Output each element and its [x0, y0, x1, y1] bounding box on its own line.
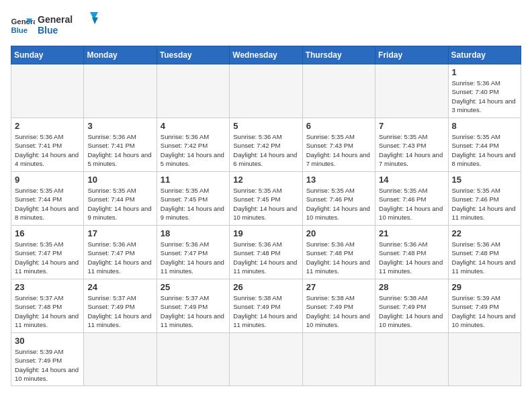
- week-row-5: 30Sunrise: 5:39 AMSunset: 7:49 PMDayligh…: [11, 333, 521, 386]
- page-header: General Blue General Blue: [11, 11, 521, 40]
- day-number: 10: [87, 175, 152, 185]
- calendar-cell-empty: [157, 64, 229, 118]
- calendar-cell-2: 2Sunrise: 5:36 AMSunset: 7:41 PMDaylight…: [11, 118, 84, 172]
- day-info: Sunrise: 5:35 AMSunset: 7:47 PMDaylight:…: [15, 240, 80, 275]
- calendar-table: SundayMondayTuesdayWednesdayThursdayFrid…: [11, 46, 521, 386]
- day-number: 8: [452, 121, 517, 131]
- day-number: 1: [452, 67, 517, 77]
- calendar-cell-empty: [84, 333, 157, 386]
- day-info: Sunrise: 5:35 AMSunset: 7:45 PMDaylight:…: [161, 186, 226, 222]
- weekday-header-saturday: Saturday: [448, 46, 521, 64]
- calendar-cell-29: 29Sunrise: 5:39 AMSunset: 7:49 PMDayligh…: [448, 279, 521, 333]
- day-number: 21: [379, 228, 444, 238]
- logo-icon: General Blue: [11, 16, 35, 35]
- calendar-cell-25: 25Sunrise: 5:37 AMSunset: 7:49 PMDayligh…: [157, 279, 229, 333]
- day-number: 3: [87, 121, 152, 131]
- day-number: 30: [15, 336, 80, 346]
- day-info: Sunrise: 5:36 AMSunset: 7:41 PMDaylight:…: [87, 132, 152, 168]
- day-info: Sunrise: 5:37 AMSunset: 7:49 PMDaylight:…: [161, 293, 226, 329]
- calendar-cell-16: 16Sunrise: 5:35 AMSunset: 7:47 PMDayligh…: [11, 226, 84, 279]
- calendar-cell-27: 27Sunrise: 5:38 AMSunset: 7:49 PMDayligh…: [302, 279, 375, 333]
- day-number: 29: [452, 282, 517, 292]
- calendar-cell-12: 12Sunrise: 5:35 AMSunset: 7:45 PMDayligh…: [230, 172, 302, 226]
- calendar-cell-4: 4Sunrise: 5:36 AMSunset: 7:42 PMDaylight…: [157, 118, 229, 172]
- day-number: 20: [306, 228, 371, 238]
- weekday-header-wednesday: Wednesday: [230, 46, 302, 64]
- week-row-1: 2Sunrise: 5:36 AMSunset: 7:41 PMDaylight…: [11, 118, 521, 172]
- calendar-cell-9: 9Sunrise: 5:35 AMSunset: 7:44 PMDaylight…: [11, 172, 84, 226]
- day-number: 6: [306, 121, 371, 131]
- day-info: Sunrise: 5:39 AMSunset: 7:49 PMDaylight:…: [15, 347, 80, 383]
- day-info: Sunrise: 5:37 AMSunset: 7:48 PMDaylight:…: [15, 293, 80, 329]
- calendar-cell-3: 3Sunrise: 5:36 AMSunset: 7:41 PMDaylight…: [84, 118, 157, 172]
- calendar-cell-20: 20Sunrise: 5:36 AMSunset: 7:48 PMDayligh…: [302, 226, 375, 279]
- calendar-cell-28: 28Sunrise: 5:38 AMSunset: 7:49 PMDayligh…: [375, 279, 448, 333]
- calendar-cell-7: 7Sunrise: 5:35 AMSunset: 7:43 PMDaylight…: [375, 118, 448, 172]
- svg-text:General: General: [38, 14, 73, 25]
- svg-marker-6: [92, 17, 98, 24]
- weekday-header-friday: Friday: [375, 46, 448, 64]
- calendar-cell-18: 18Sunrise: 5:36 AMSunset: 7:47 PMDayligh…: [157, 226, 229, 279]
- day-number: 18: [161, 228, 226, 238]
- day-number: 11: [161, 175, 226, 185]
- day-info: Sunrise: 5:36 AMSunset: 7:47 PMDaylight:…: [87, 240, 152, 275]
- general-blue-logo: General Blue: [38, 11, 98, 38]
- day-info: Sunrise: 5:35 AMSunset: 7:43 PMDaylight:…: [306, 132, 371, 168]
- day-number: 13: [306, 175, 371, 185]
- calendar-cell-19: 19Sunrise: 5:36 AMSunset: 7:48 PMDayligh…: [230, 226, 302, 279]
- calendar-cell-26: 26Sunrise: 5:38 AMSunset: 7:49 PMDayligh…: [230, 279, 302, 333]
- calendar-cell-empty: [375, 333, 448, 386]
- week-row-4: 23Sunrise: 5:37 AMSunset: 7:48 PMDayligh…: [11, 279, 521, 333]
- day-number: 16: [15, 228, 80, 238]
- day-number: 2: [15, 121, 80, 131]
- day-info: Sunrise: 5:36 AMSunset: 7:41 PMDaylight:…: [15, 132, 80, 168]
- day-info: Sunrise: 5:36 AMSunset: 7:48 PMDaylight:…: [306, 240, 371, 275]
- calendar-cell-5: 5Sunrise: 5:36 AMSunset: 7:42 PMDaylight…: [230, 118, 302, 172]
- calendar-cell-empty: [157, 333, 229, 386]
- weekday-header-monday: Monday: [84, 46, 157, 64]
- calendar-cell-22: 22Sunrise: 5:36 AMSunset: 7:48 PMDayligh…: [448, 226, 521, 279]
- day-info: Sunrise: 5:36 AMSunset: 7:42 PMDaylight:…: [233, 132, 298, 168]
- day-info: Sunrise: 5:39 AMSunset: 7:49 PMDaylight:…: [452, 293, 517, 329]
- weekday-header-tuesday: Tuesday: [157, 46, 229, 64]
- calendar-cell-empty: [448, 333, 521, 386]
- calendar-cell-empty: [230, 333, 302, 386]
- day-number: 25: [161, 282, 226, 292]
- calendar-cell-empty: [375, 64, 448, 118]
- calendar-cell-14: 14Sunrise: 5:35 AMSunset: 7:46 PMDayligh…: [375, 172, 448, 226]
- day-info: Sunrise: 5:36 AMSunset: 7:48 PMDaylight:…: [233, 240, 298, 275]
- calendar-cell-13: 13Sunrise: 5:35 AMSunset: 7:46 PMDayligh…: [302, 172, 375, 226]
- calendar-cell-empty: [302, 64, 375, 118]
- calendar-cell-empty: [230, 64, 302, 118]
- svg-text:Blue: Blue: [38, 25, 58, 36]
- day-info: Sunrise: 5:35 AMSunset: 7:45 PMDaylight:…: [233, 186, 298, 222]
- calendar-cell-15: 15Sunrise: 5:35 AMSunset: 7:46 PMDayligh…: [448, 172, 521, 226]
- weekday-header-sunday: Sunday: [11, 46, 84, 64]
- calendar-cell-empty: [11, 64, 84, 118]
- day-info: Sunrise: 5:38 AMSunset: 7:49 PMDaylight:…: [379, 293, 444, 329]
- calendar-cell-21: 21Sunrise: 5:36 AMSunset: 7:48 PMDayligh…: [375, 226, 448, 279]
- day-number: 27: [306, 282, 371, 292]
- day-info: Sunrise: 5:36 AMSunset: 7:40 PMDaylight:…: [452, 79, 517, 114]
- svg-text:Blue: Blue: [11, 26, 28, 34]
- day-number: 4: [161, 121, 226, 131]
- day-number: 22: [452, 228, 517, 238]
- calendar-cell-1: 1Sunrise: 5:36 AMSunset: 7:40 PMDaylight…: [448, 64, 521, 118]
- day-info: Sunrise: 5:35 AMSunset: 7:46 PMDaylight:…: [306, 186, 371, 222]
- calendar-cell-10: 10Sunrise: 5:35 AMSunset: 7:44 PMDayligh…: [84, 172, 157, 226]
- day-number: 14: [379, 175, 444, 185]
- logo: General Blue General Blue: [11, 11, 98, 40]
- calendar-cell-24: 24Sunrise: 5:37 AMSunset: 7:49 PMDayligh…: [84, 279, 157, 333]
- weekday-header-row: SundayMondayTuesdayWednesdayThursdayFrid…: [11, 46, 521, 64]
- calendar-cell-6: 6Sunrise: 5:35 AMSunset: 7:43 PMDaylight…: [302, 118, 375, 172]
- day-number: 26: [233, 282, 298, 292]
- day-number: 19: [233, 228, 298, 238]
- day-number: 17: [87, 228, 152, 238]
- day-info: Sunrise: 5:36 AMSunset: 7:42 PMDaylight:…: [161, 132, 226, 168]
- day-info: Sunrise: 5:35 AMSunset: 7:46 PMDaylight:…: [379, 186, 444, 222]
- day-number: 9: [15, 175, 80, 185]
- calendar-cell-30: 30Sunrise: 5:39 AMSunset: 7:49 PMDayligh…: [11, 333, 84, 386]
- day-number: 24: [87, 282, 152, 292]
- day-info: Sunrise: 5:35 AMSunset: 7:46 PMDaylight:…: [452, 186, 517, 222]
- day-info: Sunrise: 5:36 AMSunset: 7:48 PMDaylight:…: [452, 240, 517, 275]
